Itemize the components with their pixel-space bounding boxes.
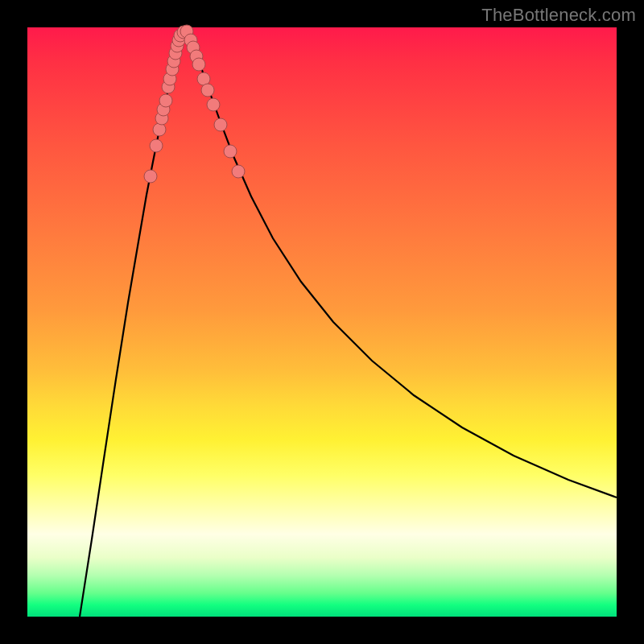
data-dot	[214, 118, 227, 131]
data-dots	[144, 25, 245, 183]
data-dot	[192, 58, 205, 71]
data-dot	[144, 170, 157, 183]
data-dot	[150, 139, 163, 152]
watermark-text: TheBottleneck.com	[481, 5, 636, 26]
chart-frame: TheBottleneck.com	[0, 0, 644, 644]
data-dot	[207, 98, 220, 111]
curve-right	[188, 34, 617, 497]
chart-svg	[27, 27, 617, 617]
data-dot	[224, 145, 237, 158]
data-dot	[159, 94, 172, 107]
data-dot	[232, 165, 245, 178]
chart-plot-area	[27, 27, 617, 617]
data-dot	[201, 84, 214, 97]
data-dot	[153, 123, 166, 136]
